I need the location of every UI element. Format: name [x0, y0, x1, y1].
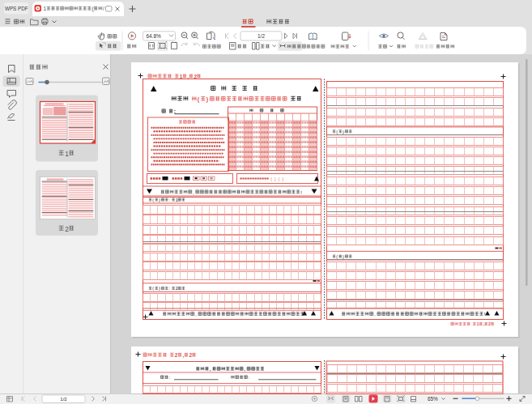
svg-text:2: 2 — [65, 225, 69, 233]
svg-text:,: , — [183, 352, 185, 359]
svg-text::: : — [174, 108, 176, 114]
svg-text:WPS PDF: WPS PDF — [5, 6, 28, 11]
svg-text:2: 2 — [176, 286, 178, 291]
svg-text::: : — [169, 198, 170, 202]
svg-text:/: / — [103, 6, 104, 11]
svg-text:2: 2 — [194, 74, 197, 79]
svg-text:64.8%: 64.8% — [147, 33, 161, 39]
svg-text:1: 1 — [176, 198, 178, 202]
svg-text:1/2: 1/2 — [60, 396, 67, 402]
svg-text:2: 2 — [189, 352, 192, 358]
svg-text:1: 1 — [180, 74, 183, 79]
svg-text:1: 1 — [44, 6, 47, 11]
svg-text:65%: 65% — [428, 396, 438, 402]
svg-text:1: 1 — [65, 150, 69, 158]
svg-text:1: 1 — [477, 321, 479, 326]
svg-text:2: 2 — [488, 321, 491, 326]
svg-text:2: 2 — [175, 352, 178, 358]
svg-text::: : — [169, 286, 170, 291]
svg-text:1/2: 1/2 — [257, 33, 265, 39]
